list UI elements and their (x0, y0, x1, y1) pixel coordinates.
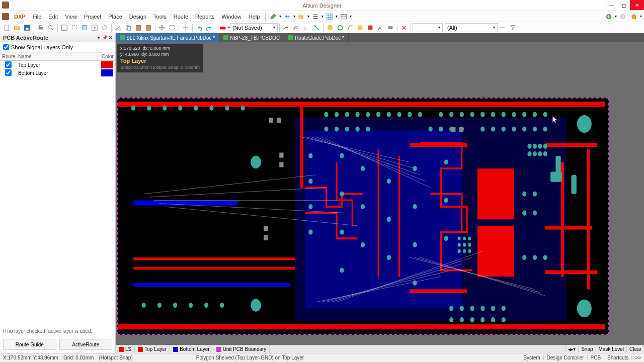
select-icon[interactable] (168, 23, 177, 32)
layer-top-checkbox[interactable] (5, 61, 12, 68)
svg-point-119 (157, 303, 162, 308)
menu-dxp[interactable]: DXP (11, 13, 29, 21)
open-icon[interactable] (13, 23, 22, 32)
tool-list-icon[interactable] (311, 12, 320, 21)
redo-icon[interactable] (205, 23, 214, 32)
panel-more-button[interactable]: >> (631, 355, 644, 360)
menu-view[interactable]: View (62, 13, 80, 21)
tool-align-icon[interactable] (297, 12, 306, 21)
tool-b-icon[interactable] (100, 23, 109, 32)
show-signal-checkbox[interactable] (3, 44, 9, 50)
layer-tab-top[interactable]: Top Layer (135, 345, 170, 353)
nav-home-icon[interactable] (629, 12, 638, 21)
move-icon[interactable] (157, 23, 167, 32)
menu-tools[interactable]: Tools (150, 13, 170, 21)
via-icon[interactable] (336, 23, 345, 32)
filter-apply-icon[interactable] (498, 23, 507, 32)
svg-rect-6 (5, 25, 9, 30)
menu-edit[interactable]: Edit (45, 13, 61, 21)
panel-system-button[interactable]: System (520, 355, 543, 360)
zoom-sel-icon[interactable] (80, 23, 89, 32)
activeroute-button[interactable]: ActiveRoute (59, 339, 113, 350)
menu-file[interactable]: File (30, 13, 45, 21)
menu-reports[interactable]: Reports (192, 13, 218, 21)
clear-button[interactable]: Clear (626, 346, 644, 352)
layer-sel-icon[interactable] (218, 23, 227, 32)
layer-stack-button[interactable]: LS (116, 345, 135, 353)
nav-fwd-icon[interactable] (618, 12, 627, 21)
pad-icon[interactable] (326, 23, 335, 32)
route-multi-icon[interactable] (302, 23, 311, 32)
tool-grid-icon[interactable] (325, 12, 334, 21)
net-combo[interactable]: ▾ (413, 23, 443, 32)
close-button[interactable]: ✕ (630, 0, 644, 10)
paste-icon[interactable] (134, 23, 143, 32)
minimize-button[interactable]: — (606, 0, 618, 10)
layer-bottom-checkbox[interactable] (5, 69, 12, 76)
svg-point-108 (439, 127, 443, 132)
preview-icon[interactable] (46, 23, 55, 32)
snapshot-combo[interactable]: (Not Saved)▾ (230, 23, 278, 32)
tab-routeguide[interactable]: RouteGuide.PcbDoc * (284, 33, 349, 42)
fill-icon[interactable] (356, 23, 365, 32)
route-track-icon[interactable] (282, 23, 291, 32)
menu-design[interactable]: Design (126, 13, 149, 21)
panel-shortcuts-button[interactable]: Shortcuts (604, 355, 631, 360)
string-icon[interactable]: A (376, 23, 385, 32)
layer-row-bottom[interactable]: Bottom Layer (0, 69, 115, 77)
pcb-doc-icon (120, 35, 125, 40)
tab-label: RouteGuide.PcbDoc * (295, 35, 344, 41)
nav-back-icon[interactable] (604, 12, 613, 21)
layer-tab-boundary[interactable]: Unit PCB Boundary (213, 345, 270, 353)
panel-pcb-button[interactable]: PCB (587, 355, 604, 360)
filter-combo[interactable]: (All)▾ (445, 23, 498, 32)
menu-help[interactable]: Help (246, 13, 263, 21)
menu-route[interactable]: Route (171, 13, 191, 21)
snap-button[interactable]: Snap (578, 346, 595, 352)
show-signal-option[interactable]: Show Signal Layers Only (0, 42, 115, 53)
tool-table-icon[interactable] (339, 12, 348, 21)
save-icon[interactable] (23, 23, 32, 32)
tool-a-icon[interactable] (90, 23, 99, 32)
poly-icon[interactable] (366, 23, 375, 32)
maximize-button[interactable]: ◻ (618, 0, 630, 10)
panel-pin-icon[interactable]: 📌 (102, 35, 107, 40)
layer-row-top[interactable]: Top Layer (0, 61, 115, 69)
paste-special-icon[interactable] (144, 23, 153, 32)
svg-point-70 (577, 300, 592, 317)
new-icon[interactable] (3, 23, 12, 32)
menu-project[interactable]: Project (81, 13, 104, 21)
tab-sl1[interactable]: SL1 Xilinx Spartan-IIE Fanout.PcbDoc * (116, 33, 219, 42)
layer-tab-bottom[interactable]: Bottom Layer (170, 345, 213, 353)
print-icon[interactable] (36, 23, 45, 32)
svg-point-112 (491, 127, 495, 132)
layer-nav-icons[interactable]: ◂▸▾ (565, 346, 578, 352)
tool-connector-icon[interactable] (283, 12, 292, 21)
delete-icon[interactable] (399, 23, 409, 32)
filter-clear-icon[interactable] (508, 23, 517, 32)
menu-place[interactable]: Place (105, 13, 125, 21)
route-s-icon[interactable] (312, 23, 321, 32)
panel-close-icon[interactable]: ✕ (108, 35, 113, 40)
route-guide-button[interactable]: Route Guide (3, 339, 56, 350)
undo-icon[interactable] (195, 23, 204, 32)
arc-icon[interactable] (346, 23, 355, 32)
copy-icon[interactable] (124, 23, 133, 32)
panel-dropdown-icon[interactable]: ▾ (96, 35, 101, 40)
tab-nbp[interactable]: NBP-28_TB.PCBDOC (219, 33, 284, 42)
svg-rect-187 (459, 127, 463, 132)
cross-icon[interactable] (181, 23, 190, 32)
pcb-canvas[interactable] (117, 98, 609, 335)
tool-pencil-icon[interactable] (269, 12, 278, 21)
menu-window[interactable]: Window (219, 13, 245, 21)
zoom-fit-icon[interactable] (60, 23, 69, 32)
panel-compiler-button[interactable]: Design Compiler (543, 355, 587, 360)
mask-level-button[interactable]: Mask Level (596, 346, 627, 352)
cut-icon[interactable] (114, 23, 123, 32)
svg-point-155 (444, 198, 448, 203)
route-diff-icon[interactable] (292, 23, 301, 32)
menubar: DXP File Edit View Project Place Design … (0, 11, 644, 22)
svg-point-162 (468, 243, 471, 247)
zoom-area-icon[interactable] (70, 23, 79, 32)
comp-icon[interactable] (386, 23, 395, 32)
